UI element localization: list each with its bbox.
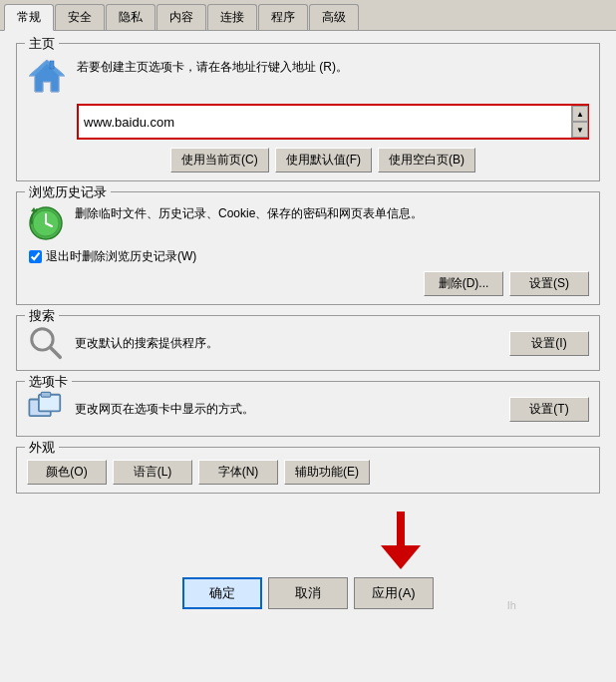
tab-advanced[interactable]: 高级 [309,4,359,30]
search-section: 搜索 更改默认的搜索提供程序。 设置(I) [16,315,600,371]
checkbox-row: 退出时删除浏览历史记录(W) [27,248,589,265]
history-section-inner: 删除临时文件、历史记录、Cookie、保存的密码和网页表单信息。 退出时删除浏览… [27,204,589,296]
history-icon [27,204,65,242]
search-settings-button[interactable]: 设置(I) [509,331,589,356]
language-button[interactable]: 语言(L) [113,460,192,485]
svg-marker-14 [381,545,421,569]
use-current-button[interactable]: 使用当前页(C) [170,148,269,172]
history-settings-button[interactable]: 设置(S) [509,271,589,296]
window: 常规 安全 隐私 内容 连接 程序 高级 主页 [0,0,616,682]
svg-line-9 [51,348,61,358]
red-arrow [371,512,431,571]
search-icon [27,324,65,362]
main-content: 主页 若要创建主页选项卡，请在各地址行键入地址 ( [0,31,616,515]
search-section-inner: 更改默认的搜索提供程序。 设置(I) [27,324,589,362]
tab-security[interactable]: 安全 [55,4,105,30]
use-blank-button[interactable]: 使用空白页(B) [378,148,475,172]
tabs-settings-button[interactable]: 设置(T) [509,397,589,422]
homepage-row: 若要创建主页选项卡，请在各地址行键入地址 (R)。 [27,56,589,96]
search-description: 更改默认的搜索提供程序。 [75,335,499,352]
ok-button[interactable]: 确定 [182,577,262,609]
appearance-buttons: 颜色(O) 语言(L) 字体(N) 辅助功能(E) [27,456,589,485]
url-input-row: ▲ ▼ [27,104,589,140]
font-button[interactable]: 字体(N) [198,460,278,485]
tabs-section-title: 选项卡 [25,373,72,391]
history-section: 浏览历史记录 [16,191,600,305]
history-buttons: 删除(D)... 设置(S) [27,271,589,296]
arrow-container [16,521,600,571]
tab-content[interactable]: 内容 [156,4,206,30]
delete-button[interactable]: 删除(D)... [424,271,503,296]
tab-general[interactable]: 常规 [4,4,54,31]
tab-privacy[interactable]: 隐私 [106,4,155,30]
scroll-up-button[interactable]: ▲ [572,106,588,122]
homepage-section-inner: 若要创建主页选项卡，请在各地址行键入地址 (R)。 ▲ ▼ 使用当前页(C) 使 [27,56,589,172]
history-row: 删除临时文件、历史记录、Cookie、保存的密码和网页表单信息。 [27,204,589,242]
delete-history-label: 退出时删除浏览历史记录(W) [46,248,196,265]
homepage-description: 若要创建主页选项卡，请在各地址行键入地址 (R)。 [77,56,348,76]
tabs-section-inner: 更改网页在选项卡中显示的方式。 设置(T) [27,390,589,428]
color-button[interactable]: 颜色(O) [27,460,107,485]
tabs-section: 选项卡 更改网页在选项卡中显示的方式。 设置(T) [16,381,600,437]
homepage-section-title: 主页 [25,35,59,53]
tab-programs[interactable]: 程序 [258,4,308,30]
url-scrollbar: ▲ ▼ [571,106,587,138]
tab-connection[interactable]: 连接 [207,4,257,30]
search-section-title: 搜索 [25,307,59,325]
homepage-buttons: 使用当前页(C) 使用默认值(F) 使用空白页(B) [27,148,589,172]
delete-history-checkbox[interactable] [29,250,42,263]
accessibility-button[interactable]: 辅助功能(E) [284,460,370,485]
homepage-section: 主页 若要创建主页选项卡，请在各地址行键入地址 ( [16,43,600,181]
apply-button[interactable]: 应用(A) [354,577,434,609]
tabs-icon [27,390,65,428]
appearance-section-title: 外观 [25,439,59,457]
bottom-area: 确定 取消 应用(A) Ih [0,515,616,619]
url-input[interactable] [79,106,571,138]
scroll-down-button[interactable]: ▼ [572,122,588,138]
tab-bar: 常规 安全 隐私 内容 连接 程序 高级 [0,0,616,31]
watermark: Ih [507,599,516,611]
cancel-button[interactable]: 取消 [268,577,348,609]
use-default-button[interactable]: 使用默认值(F) [275,148,372,172]
history-section-title: 浏览历史记录 [25,183,111,201]
history-description: 删除临时文件、历史记录、Cookie、保存的密码和网页表单信息。 [75,204,423,222]
appearance-section: 外观 颜色(O) 语言(L) 字体(N) 辅助功能(E) [16,447,600,494]
svg-rect-12 [41,392,51,397]
svg-rect-2 [50,61,54,69]
home-icon [27,56,67,96]
tabs-description: 更改网页在选项卡中显示的方式。 [75,401,499,418]
url-input-wrapper: ▲ ▼ [77,104,589,140]
